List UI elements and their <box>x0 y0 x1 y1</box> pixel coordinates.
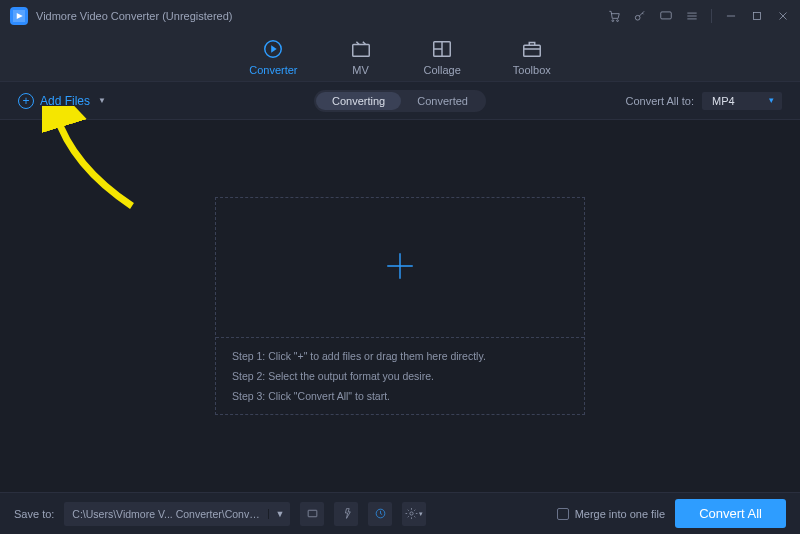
tab-label: Toolbox <box>513 64 551 76</box>
dropzone-steps: Step 1: Click "+" to add files or drag t… <box>216 337 584 414</box>
svg-point-1 <box>617 20 619 22</box>
tab-mv[interactable]: MV <box>350 34 372 80</box>
key-icon[interactable] <box>633 9 647 23</box>
svg-point-2 <box>635 15 640 20</box>
converter-icon <box>262 38 284 60</box>
mv-icon <box>350 38 372 60</box>
big-plus-icon <box>383 249 417 287</box>
svg-rect-8 <box>524 45 541 56</box>
svg-rect-4 <box>754 13 761 20</box>
hardware-accel-button[interactable] <box>334 502 358 526</box>
conversion-state-toggle: Converting Converted <box>314 90 486 112</box>
merge-toggle[interactable]: Merge into one file <box>557 508 666 520</box>
main-tabs: Converter MV Collage Toolbox <box>0 32 800 82</box>
convert-all-to-label: Convert All to: <box>626 95 694 107</box>
checkbox-icon <box>557 508 569 520</box>
minimize-button[interactable] <box>724 9 738 23</box>
save-path-select[interactable]: C:\Users\Vidmore V... Converter\Converte… <box>64 502 290 526</box>
collage-icon <box>431 38 453 60</box>
chevron-down-icon: ▼ <box>98 96 106 105</box>
divider <box>711 9 712 23</box>
plus-circle-icon: + <box>18 93 34 109</box>
menu-icon[interactable] <box>685 9 699 23</box>
step-text: Step 3: Click "Convert All" to start. <box>232 390 568 402</box>
dropzone: Step 1: Click "+" to add files or drag t… <box>215 197 585 415</box>
cart-icon[interactable] <box>607 9 621 23</box>
window-title: Vidmore Video Converter (Unregistered) <box>36 10 232 22</box>
open-folder-button[interactable] <box>300 502 324 526</box>
feedback-icon[interactable] <box>659 9 673 23</box>
save-to-label: Save to: <box>14 508 54 520</box>
chevron-down-icon[interactable]: ▼ <box>268 509 290 519</box>
svg-rect-9 <box>308 510 317 517</box>
step-text: Step 1: Click "+" to add files or drag t… <box>232 350 568 362</box>
svg-point-11 <box>410 512 413 515</box>
add-files-button[interactable]: + Add Files ▼ <box>18 93 106 109</box>
add-files-label: Add Files <box>40 94 90 108</box>
toolbox-icon <box>521 38 543 60</box>
tab-converter[interactable]: Converter <box>249 34 297 80</box>
sub-toolbar: + Add Files ▼ Converting Converted Conve… <box>0 82 800 120</box>
dropzone-add-button[interactable] <box>216 198 584 337</box>
tab-collage[interactable]: Collage <box>424 34 461 80</box>
save-path-text: C:\Users\Vidmore V... Converter\Converte… <box>64 508 268 520</box>
main-area: Step 1: Click "+" to add files or drag t… <box>0 120 800 492</box>
titlebar: Vidmore Video Converter (Unregistered) <box>0 0 800 32</box>
step-text: Step 2: Select the output format you des… <box>232 370 568 382</box>
tab-toolbox[interactable]: Toolbox <box>513 34 551 80</box>
merge-label: Merge into one file <box>575 508 666 520</box>
bottombar: Save to: C:\Users\Vidmore V... Converter… <box>0 492 800 534</box>
app-logo-icon <box>10 7 28 25</box>
pill-converted[interactable]: Converted <box>401 92 484 110</box>
high-speed-button[interactable] <box>368 502 392 526</box>
pill-converting[interactable]: Converting <box>316 92 401 110</box>
maximize-button[interactable] <box>750 9 764 23</box>
convert-all-button[interactable]: Convert All <box>675 499 786 528</box>
output-format-select[interactable]: MP4 <box>702 92 782 110</box>
tab-label: Converter <box>249 64 297 76</box>
tab-label: Collage <box>424 64 461 76</box>
svg-point-0 <box>612 20 614 22</box>
close-button[interactable] <box>776 9 790 23</box>
svg-rect-6 <box>352 44 369 56</box>
tab-label: MV <box>352 64 369 76</box>
settings-button[interactable]: ▾ <box>402 502 426 526</box>
